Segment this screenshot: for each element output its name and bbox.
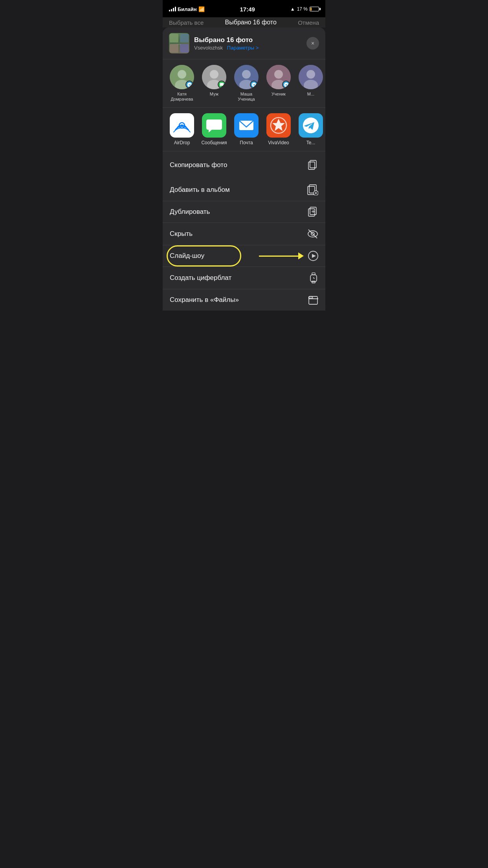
hide-icon	[307, 228, 318, 239]
svg-rect-42	[312, 273, 315, 275]
contacts-row: КатяДомрачева Муж	[163, 59, 325, 108]
app-item-vivavideo[interactable]: VivaVideo	[262, 113, 295, 145]
svg-point-9	[210, 70, 218, 79]
contact-item[interactable]: Ученик	[262, 65, 295, 102]
top-nav-left[interactable]: Выбрать все	[169, 19, 204, 26]
app-item-messages[interactable]: Сообщения	[198, 113, 230, 145]
svg-rect-2	[170, 44, 178, 53]
contact-avatar	[170, 65, 194, 89]
app-item-mail[interactable]: Почта	[230, 113, 262, 145]
svg-rect-3	[180, 44, 189, 53]
status-left: Билайн 📶	[169, 6, 205, 12]
svg-point-6	[178, 70, 186, 79]
files-row[interactable]: Сохранить в «Файлы»	[163, 289, 325, 311]
hide-row[interactable]: Скрыть	[163, 223, 325, 245]
app-item-telegram[interactable]: Te...	[295, 113, 325, 145]
close-button[interactable]: ×	[306, 37, 319, 50]
add-album-row[interactable]: Добавить в альбом	[163, 179, 325, 201]
share-params[interactable]: Параметры >	[227, 45, 259, 51]
apps-row: AirDrop Сообщения Почта	[163, 108, 325, 151]
svg-rect-32	[308, 209, 315, 216]
svg-point-21	[181, 125, 183, 127]
contact-name: М...	[307, 92, 314, 97]
battery-icon	[310, 7, 319, 11]
app-label: AirDrop	[174, 140, 190, 145]
contact-item[interactable]: МашаУченица	[230, 65, 262, 102]
app-label: Te...	[306, 140, 316, 145]
svg-marker-23	[272, 119, 285, 131]
contact-avatar	[234, 65, 259, 89]
copy-photo-icon	[308, 160, 318, 170]
app-item-airdrop[interactable]: AirDrop	[166, 113, 198, 145]
contact-item[interactable]: М...	[295, 65, 325, 102]
messages-badge	[218, 81, 226, 88]
app-label: Почта	[240, 140, 253, 145]
contact-item[interactable]: КатяДомрачева	[166, 65, 198, 102]
battery-percent: 17 %	[297, 6, 308, 12]
share-header: ... Выбрано 16 фото Vsevolozhsk Параметр…	[163, 28, 325, 59]
action-group: Добавить в альбом Дублировать	[163, 179, 325, 311]
telegram-badge	[250, 81, 258, 88]
svg-text:...: ...	[178, 41, 181, 46]
share-subtitle: Vsevolozhsk Параметры >	[194, 45, 302, 51]
header-thumbnail: ...	[169, 33, 189, 53]
svg-rect-46	[309, 296, 317, 304]
copy-photo-row[interactable]: Скопировать фото	[163, 154, 325, 176]
watch-row[interactable]: Создать циферблат	[163, 267, 325, 289]
location-icon: ▲	[290, 6, 295, 12]
svg-rect-0	[170, 34, 178, 42]
contact-name: Муж	[210, 92, 218, 97]
duplicate-icon	[308, 207, 318, 217]
mail-icon	[234, 113, 259, 138]
contact-name: Ученик	[272, 92, 286, 97]
app-label: Сообщения	[201, 140, 227, 145]
svg-point-15	[274, 70, 283, 79]
wifi-icon: 📶	[198, 6, 205, 12]
slideshow-row[interactable]: Слайд-шоу	[163, 245, 325, 267]
contact-name: МашаУченица	[238, 92, 255, 102]
svg-rect-25	[308, 162, 315, 169]
hide-label: Скрыть	[170, 230, 193, 238]
svg-marker-40	[312, 254, 316, 258]
status-right: ▲ 17 %	[290, 6, 319, 12]
svg-rect-26	[310, 160, 316, 168]
app-label: VivaVideo	[268, 140, 289, 145]
signal-bars	[169, 7, 176, 11]
status-bar: Билайн 📶 17:49 ▲ 17 %	[163, 0, 325, 17]
duplicate-row[interactable]: Дублировать	[163, 201, 325, 223]
add-album-label: Добавить в альбом	[170, 186, 230, 194]
top-nav: Выбрать все Выбрано 16 фото Отмена	[163, 17, 325, 28]
header-info: Выбрано 16 фото Vsevolozhsk Параметры >	[194, 36, 302, 51]
messages-icon	[202, 113, 226, 138]
watch-label: Создать циферблат	[170, 274, 231, 282]
airdrop-icon	[170, 113, 194, 138]
share-location: Vsevolozhsk	[194, 45, 223, 51]
copy-photo-section: Скопировать фото	[163, 154, 325, 176]
files-label: Сохранить в «Файлы»	[170, 296, 239, 304]
telegram-app-icon	[299, 113, 323, 138]
carrier-label: Билайн	[178, 6, 197, 12]
add-album-icon	[307, 184, 318, 195]
duplicate-label: Дублировать	[170, 208, 210, 216]
files-icon	[308, 295, 318, 305]
status-time: 17:49	[240, 6, 255, 13]
slideshow-label: Слайд-шоу	[170, 252, 204, 260]
share-sheet: ... Выбрано 16 фото Vsevolozhsk Параметр…	[163, 28, 325, 311]
top-nav-center: Выбрано 16 фото	[225, 19, 277, 26]
telegram-badge	[185, 81, 193, 88]
slideshow-icon	[308, 251, 318, 261]
watch-icon	[309, 272, 318, 283]
top-nav-right[interactable]: Отмена	[298, 19, 319, 26]
arrow-annotation	[259, 252, 304, 259]
contact-item[interactable]: Муж	[198, 65, 230, 102]
contact-avatar	[266, 65, 291, 89]
svg-rect-1	[180, 34, 189, 42]
telegram-badge	[282, 81, 290, 88]
contact-avatar	[299, 65, 323, 89]
share-title: Выбрано 16 фото	[194, 36, 302, 44]
svg-point-12	[242, 70, 251, 79]
contact-name: КатяДомрачева	[171, 92, 193, 102]
contact-avatar	[202, 65, 226, 89]
copy-photo-label: Скопировать фото	[170, 161, 227, 169]
vivavideo-icon	[266, 113, 291, 138]
